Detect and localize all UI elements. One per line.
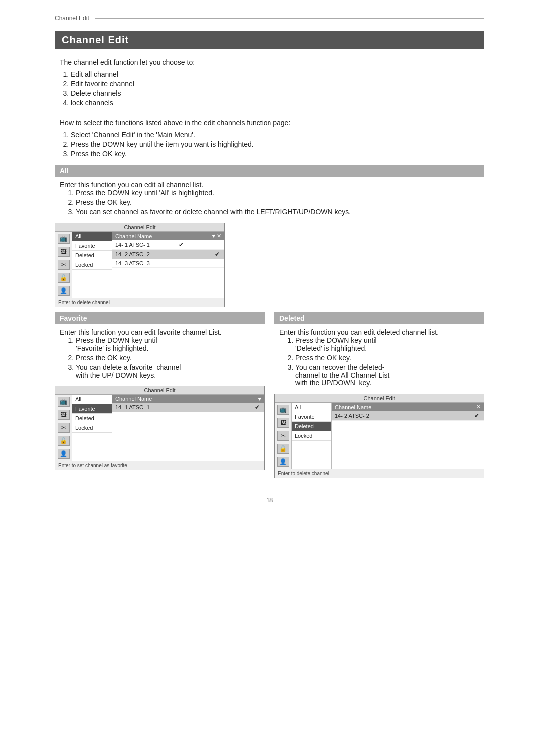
- all-steps: Press the DOWN key until 'All' is highli…: [76, 189, 484, 216]
- menu-item-deleted[interactable]: Deleted: [72, 251, 112, 260]
- del-step-3: You can recover the deleted-channel to t…: [295, 363, 484, 387]
- icon-lock-open: 🔓: [58, 273, 70, 283]
- all-ui-icons: 📺 🖼 ✂ 🔓 👤: [55, 232, 72, 298]
- all-ui-menu: All Favorite Deleted Locked: [72, 232, 112, 298]
- fav-ui-title: Channel Edit: [55, 386, 264, 395]
- del-check-2: ✔: [213, 251, 221, 258]
- icon-scissors: ✂: [58, 260, 70, 270]
- channel-name-label: Channel Name: [115, 233, 152, 239]
- channel-row-3: 14- 3 ATSC- 3: [112, 259, 224, 268]
- icon-lock-del: 🔓: [277, 444, 289, 454]
- all-section-content: Enter this function you can edit all cha…: [60, 181, 484, 216]
- fav-step-1: Press the DOWN key until'Favorite' is hi…: [76, 336, 265, 352]
- del-header-icon: ✕: [476, 404, 481, 410]
- icon-person-fav: 👤: [58, 449, 70, 459]
- all-ui-title: Channel Edit: [55, 223, 224, 232]
- del-menu-favorite[interactable]: Favorite: [292, 412, 331, 422]
- fav-ui-channels: Channel Name ♥ 14- 1 ATSC- 1 ✔: [112, 395, 264, 461]
- del-menu-deleted[interactable]: Deleted: [292, 422, 331, 431]
- fav-menu-deleted[interactable]: Deleted: [72, 414, 112, 423]
- top-rule-area: Channel Edit: [55, 15, 484, 22]
- bottom-rule-area: 18: [55, 496, 484, 504]
- fav-ui-icons: 📺 🖼 ✂ 🔓 👤: [55, 395, 72, 461]
- all-ui-channels: Channel Name ♥ ✕ 14- 1 ATSC- 1 ✔ 14- 2 A…: [112, 232, 224, 298]
- all-section-bar: All: [55, 165, 484, 177]
- fav-channel-name-label: Channel Name: [115, 396, 152, 402]
- del-ui-footer: Enter to delete channel: [275, 469, 484, 478]
- list-item: Edit favorite channel: [71, 80, 484, 88]
- all-ui-body: 📺 🖼 ✂ 🔓 👤 All Favorite Deleted Locked Ch…: [55, 232, 224, 298]
- fav-step-3: You can delete a favorite channelwith th…: [76, 363, 265, 379]
- fav-check-1: ✔: [177, 241, 185, 248]
- menu-item-locked[interactable]: Locked: [72, 260, 112, 270]
- del-step-1: Press the DOWN key until'Deleted' is hig…: [295, 336, 484, 352]
- header-icons: ♥ ✕: [212, 233, 221, 239]
- del-ui-menu: All Favorite Deleted Locked: [292, 403, 332, 469]
- del-check: ✔: [473, 412, 481, 419]
- del-ui-body: 📺 🖼 ✂ 🔓 👤 All Favorite Deleted Locked: [275, 403, 484, 469]
- fav-ui-body: 📺 🖼 ✂ 🔓 👤 All Favorite Deleted Locked: [55, 395, 264, 461]
- all-step: You can set channel as favorite or delet…: [76, 208, 484, 216]
- icon-scissors-del: ✂: [277, 431, 289, 441]
- top-divider: [95, 18, 484, 19]
- page-number: 18: [266, 496, 273, 504]
- del-channel-name-label: Channel Name: [335, 404, 371, 410]
- del-ui-channels: Channel Name ✕ 14- 2 ATSC- 2 ✔: [332, 403, 484, 469]
- deleted-col: Deleted Enter this function you can edit…: [274, 312, 484, 481]
- deleted-steps: Press the DOWN key until'Deleted' is hig…: [295, 336, 484, 387]
- two-col-section: Favorite Enter this function you can edi…: [55, 312, 484, 481]
- deleted-section-bar: Deleted: [274, 312, 484, 324]
- deleted-intro: Enter this function you can edit deleted…: [279, 328, 484, 336]
- fav-menu-all[interactable]: All: [72, 395, 112, 404]
- favorite-ui-mockup: Channel Edit 📺 🖼 ✂ 🔓 👤 All Favorite Dele…: [55, 386, 265, 470]
- how-to-step: Press the DOWN key until the item you wa…: [71, 140, 484, 148]
- del-channel-name: 14- 2 ATSC- 2: [335, 413, 369, 419]
- del-menu-all[interactable]: All: [292, 403, 331, 412]
- favorite-steps: Press the DOWN key until'Favorite' is hi…: [76, 336, 265, 379]
- fav-menu-favorite[interactable]: Favorite: [72, 404, 112, 414]
- icon-lock-fav: 🔓: [58, 436, 70, 446]
- icon-scissors-fav: ✂: [58, 423, 70, 433]
- favorite-section-bar: Favorite: [55, 312, 265, 324]
- channel-row-2: 14- 2 ATSC- 2 ✔: [112, 250, 224, 259]
- fav-header-icon: ♥: [258, 396, 261, 402]
- del-channel-row-1: 14- 2 ATSC- 2 ✔: [332, 411, 484, 421]
- del-menu-locked[interactable]: Locked: [292, 431, 331, 441]
- how-to-text: How to select the functions listed above…: [60, 119, 484, 127]
- how-to-step: Press the OK key.: [71, 150, 484, 158]
- del-ui-title: Channel Edit: [275, 394, 484, 403]
- page-title: Channel Edit: [55, 31, 484, 49]
- channel-row-1: 14- 1 ATSC- 1 ✔: [112, 240, 224, 250]
- all-step: Press the OK key.: [76, 198, 484, 206]
- channel-name: 14- 1 ATSC- 1: [115, 242, 150, 248]
- channel-name: 14- 3 ATSC- 3: [115, 260, 150, 266]
- menu-item-all[interactable]: All: [72, 232, 112, 241]
- how-to-list: Select 'Channel Edit' in the 'Main Menu'…: [71, 131, 484, 158]
- icon-tv: 📺: [58, 234, 70, 244]
- fav-channel-row-1: 14- 1 ATSC- 1 ✔: [112, 403, 264, 412]
- fav-ui-footer: Enter to set channel as favorite: [55, 461, 264, 470]
- all-ui-footer: Enter to delete channel: [55, 298, 224, 307]
- icon-tv-fav: 📺: [58, 397, 70, 407]
- fav-menu-locked[interactable]: Locked: [72, 423, 112, 433]
- fav-channel-name: 14- 1 ATSC- 1: [115, 404, 150, 410]
- all-intro: Enter this function you can edit all cha…: [60, 181, 484, 189]
- icon-person: 👤: [58, 286, 70, 296]
- intro-text: The channel edit function let you choose…: [60, 58, 484, 66]
- icon-picture-fav: 🖼: [58, 410, 70, 420]
- menu-item-favorite[interactable]: Favorite: [72, 241, 112, 251]
- how-to-step: Select 'Channel Edit' in the 'Main Menu'…: [71, 131, 484, 139]
- icon-picture: 🖼: [58, 247, 70, 257]
- fav-step-2: Press the OK key.: [76, 354, 265, 362]
- icon-picture-del: 🖼: [277, 418, 289, 428]
- fav-ui-menu: All Favorite Deleted Locked: [72, 395, 112, 461]
- fav-channel-header: Channel Name ♥: [112, 395, 264, 403]
- deleted-ui-mockup: Channel Edit 📺 🖼 ✂ 🔓 👤 All Favorite Dele…: [274, 394, 484, 478]
- all-step: Press the DOWN key until 'All' is highli…: [76, 189, 484, 197]
- list-item: Edit all channel: [71, 70, 484, 78]
- channel-name: 14- 2 ATSC- 2: [115, 251, 150, 257]
- deleted-content: Enter this function you can edit deleted…: [279, 328, 484, 387]
- header-label: Channel Edit: [55, 15, 89, 22]
- del-ui-icons: 📺 🖼 ✂ 🔓 👤: [275, 403, 292, 469]
- fav-check: ✔: [253, 404, 261, 411]
